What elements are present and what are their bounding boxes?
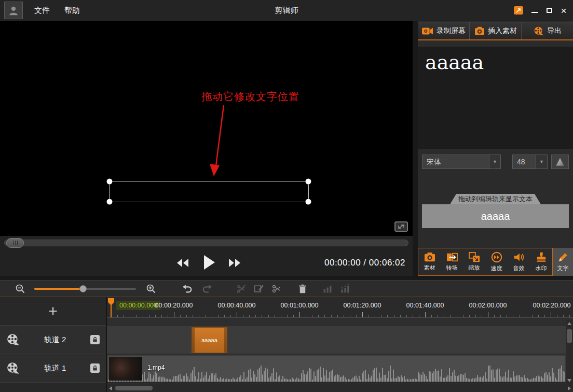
text-selection-box[interactable] [109,181,309,202]
scroll-up-arrow[interactable] [567,322,571,325]
close-button[interactable]: × [556,3,571,18]
vertical-scrollbar[interactable] [566,320,573,384]
tools-frame: 素材 转场 缩放 速度 音效 水印 [418,248,553,276]
scroll-left-arrow[interactable] [109,386,112,390]
text-drag-preview[interactable]: aaaaa [422,204,569,228]
tool-sound[interactable]: 音效 [508,248,530,275]
track-lane-1[interactable]: 1.mp4 [107,355,573,383]
chevron-down-icon: ▼ [536,155,547,169]
insert-material-label: 插入素材 [488,26,517,36]
resize-handle-top-right[interactable] [306,179,311,185]
pencil-icon [557,251,569,263]
seek-bar[interactable] [4,240,408,246]
close-icon: × [561,6,566,16]
horizontal-scrollbar[interactable] [107,384,573,392]
font-size-value: 48 [513,155,536,169]
resize-handle-bottom-left[interactable] [107,199,113,205]
speed-icon [491,251,502,263]
tool-text[interactable]: 文字 [553,248,573,276]
fast-forward-button[interactable] [227,257,242,269]
font-size-select[interactable]: 48 ▼ [512,155,548,169]
maximize-icon [547,8,552,13]
tool-material[interactable]: 素材 [418,248,441,275]
redo-button[interactable] [201,283,213,295]
scroll-right-arrow[interactable] [568,386,571,390]
rewind-icon [176,258,189,268]
timeline-zoom-slider[interactable] [34,283,136,295]
record-screen-label: 录制屏幕 [436,26,466,36]
timeline: + 轨道 2 轨道 1 00:00:00.000 00:00:20.000 00… [0,297,573,392]
fit-screen-button[interactable] [394,221,408,233]
text-content-editor[interactable]: aaaaa [418,47,573,149]
menu-help[interactable]: 帮助 [57,0,87,21]
zoom-slider-handle[interactable] [79,285,87,292]
window-title: 剪辑师 [275,0,298,21]
lock-track-button[interactable] [90,335,100,344]
film-reel-icon [6,361,20,375]
font-family-select[interactable]: 宋体 ▼ [422,155,501,169]
delete-clip-button[interactable] [297,283,308,295]
lock-icon [92,337,98,343]
transition-icon [446,252,458,262]
ruler-timestamp: 00:00:40.000 [213,302,260,309]
feedback-icon[interactable] [514,6,523,15]
lock-track-button[interactable] [90,363,100,373]
tool-speed[interactable]: 速度 [485,248,508,275]
zoom-in-button[interactable] [145,283,157,295]
mute-clip-button[interactable] [236,283,247,295]
insert-material-button[interactable]: 插入素材 [470,22,522,39]
timeline-clip-video[interactable]: 1.mp4 [108,356,565,382]
tool-label: 文字 [557,264,569,272]
playhead-line [111,299,112,317]
add-track-button[interactable]: + [0,297,106,326]
ruler-timestamp: 00:00:20.000 [151,302,197,309]
bar-chart-icon [322,284,333,294]
track-lane-2[interactable]: aaaaa [107,326,573,354]
edit-square-icon [254,284,264,294]
track-header-1[interactable]: 轨道 1 [0,354,106,383]
edit-clip-button[interactable] [253,283,265,295]
video-preview-canvas[interactable]: 拖动它修改文字位置 [0,21,413,236]
undo-icon [182,284,193,294]
zoom-in-icon [146,284,156,294]
tool-transition[interactable]: 转场 [441,248,463,275]
lock-icon [92,365,98,371]
film-reel-icon [534,26,544,36]
user-avatar[interactable] [4,2,23,19]
stats-dots-button[interactable] [339,283,351,295]
undo-button[interactable] [182,283,193,295]
maximize-button[interactable] [542,3,556,18]
timeline-ruler[interactable]: 00:00:00.000 00:00:20.000 00:00:40.000 0… [107,297,573,318]
title-bar: 文件 帮助 剪辑师 × [0,0,573,21]
resize-handle-top-left[interactable] [107,179,113,185]
resize-handle-bottom-right[interactable] [306,199,311,205]
stats-bars-button[interactable] [322,283,333,295]
zoom-out-icon [15,284,25,294]
tool-scale[interactable]: 缩放 [463,248,485,275]
timeline-clip-text[interactable]: aaaaa [192,327,227,353]
zoom-out-button[interactable] [15,283,26,295]
tool-watermark[interactable]: 水印 [530,248,552,275]
ruler-timestamp: 00:02:20.000 [528,302,573,309]
menu-file[interactable]: 文件 [27,0,57,21]
person-icon [8,5,19,16]
track-header-2[interactable]: 轨道 2 [0,326,106,354]
annotation-arrow [0,21,413,236]
seek-handle[interactable] [6,238,24,248]
export-button[interactable]: 导出 [522,22,573,39]
play-button[interactable] [201,254,217,271]
cut-clip-button[interactable] [271,283,282,295]
time-display: 00:00:00 / 00:06:02 [324,258,405,268]
horizontal-scroll-thumb[interactable] [115,386,153,390]
track-headers: + 轨道 2 轨道 1 [0,297,107,392]
record-screen-button[interactable]: 录制屏幕 [418,22,470,39]
arrow-up-right-icon [515,7,522,13]
scroll-down-arrow[interactable] [567,379,571,382]
font-color-button[interactable] [551,155,569,169]
rewind-button[interactable] [175,257,190,269]
tool-label: 素材 [424,264,435,272]
speaker-icon [513,251,525,263]
photo-camera-icon [474,26,485,36]
minimize-button[interactable] [527,3,542,18]
vertical-scroll-thumb[interactable] [567,329,572,343]
